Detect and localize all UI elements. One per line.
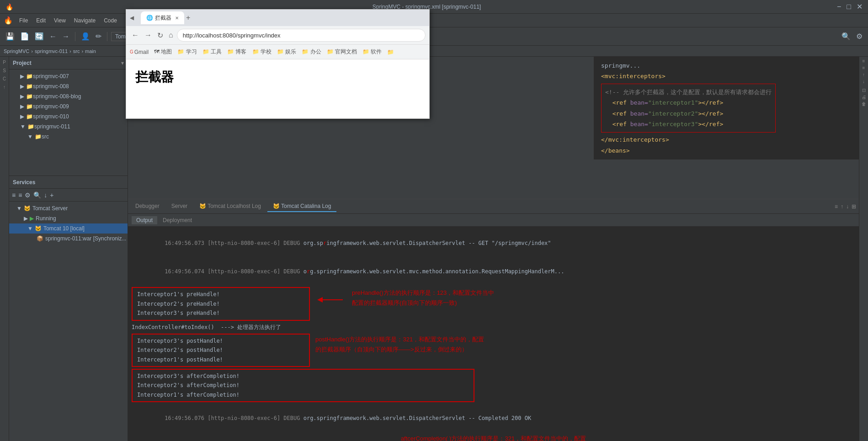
browser-chrome: ◀ 🌐 拦截器 ✕ + ← → ↻ ⌂ http://localhost:808… (126, 10, 429, 59)
tree-item-springmvc-010[interactable]: ▶ 📁 springmvc-010 (9, 112, 128, 122)
breadcrumb-springmvc-011[interactable]: springmvc-011 (35, 48, 68, 54)
panel-scroll-down-icon[interactable]: ↓ (845, 202, 850, 211)
tree-item-springmvc-008-blog[interactable]: ▶ 📁 springmvc-008-blog (9, 91, 128, 101)
save-all-button[interactable]: 📄 (18, 31, 31, 42)
pull-requests-icon[interactable]: ↑ (1, 83, 8, 90)
breadcrumb-src[interactable]: src (73, 48, 80, 54)
tab-debugger[interactable]: Debugger (130, 201, 165, 212)
bookmark-gmail[interactable]: G Gmail (130, 49, 149, 55)
bookmark-study[interactable]: 📁 学习 (177, 48, 197, 56)
menu-code[interactable]: Code (100, 16, 121, 25)
services-btn-2[interactable]: ≡ (17, 191, 23, 200)
bookmark-official[interactable]: 📁 官网文档 (327, 48, 357, 56)
panel-settings-icon[interactable]: ≡ (834, 202, 839, 211)
running-item[interactable]: ▶ ▶ Running (9, 213, 128, 223)
services-btn-1[interactable]: ≡ (11, 191, 16, 200)
menu-navigate[interactable]: Navigate (70, 16, 99, 25)
app-logo-icon: 🔥 (5, 3, 13, 11)
services-btn-3[interactable]: ⚙ (24, 191, 32, 200)
after-completion-annotation-text: aftcerCompletion( )方法的执行顺序是：321，和配置文件当中的… (132, 434, 855, 441)
browser-refresh-button[interactable]: ↻ (155, 29, 165, 42)
maximize-button[interactable]: □ (845, 3, 853, 11)
settings-button[interactable]: ⚙ (854, 31, 864, 42)
breadcrumb-springmvc[interactable]: SpringMVC (4, 48, 29, 54)
services-btn-5[interactable]: ↓ (43, 191, 48, 200)
bookmark-maps[interactable]: 🗺 地图 (154, 48, 172, 56)
menu-file[interactable]: File (16, 16, 32, 25)
pre-handle-annotation: preHandle()方法的执行顺序是：123，和配置文件当中配置的拦截器顺序(… (315, 287, 494, 309)
close-button[interactable]: ✕ (855, 2, 864, 11)
tomcat-server-item[interactable]: ▼ 🐱 Tomcat Server (9, 203, 128, 213)
panel-scroll-up-icon[interactable]: ↑ (840, 202, 844, 211)
left-panel-container: Project ▾ ▶ 📁 springmvc-007 ▶ 📁 springmv… (9, 57, 128, 441)
menu-view[interactable]: View (50, 16, 69, 25)
browser-home-button[interactable]: ⌂ (167, 29, 175, 41)
browser-tab-close-icon[interactable]: ✕ (175, 16, 179, 21)
minimize-button[interactable]: − (835, 3, 843, 11)
browser-forward-button[interactable]: → (143, 29, 154, 41)
tree-item-springmvc-009[interactable]: ▶ 📁 springmvc-009 (9, 101, 128, 112)
vcs-button[interactable]: 👤 (79, 31, 92, 42)
browser-url-input[interactable]: http://localhost:8080/springmvc/index (177, 29, 426, 42)
browser-active-tab[interactable]: 🌐 拦截器 ✕ (141, 11, 184, 24)
right-panel-icon-6[interactable]: 🖨 (862, 95, 866, 100)
tree-item-springmvc-007[interactable]: ▶ 📁 springmvc-007 (9, 71, 128, 81)
intellij-logo-icon: 🔥 (4, 16, 13, 25)
breadcrumb-main[interactable]: main (85, 48, 96, 54)
project-icon[interactable]: P (1, 58, 8, 66)
tree-item-src[interactable]: ▼ 📁 src (9, 132, 128, 142)
breadcrumb-separator1: › (31, 48, 33, 54)
right-panel-icon-2[interactable]: ≡ (863, 65, 865, 70)
save-button[interactable]: 💾 (4, 31, 16, 42)
after-completion-2: Interceptor2's afterCompletion! (137, 381, 469, 390)
services-btn-4[interactable]: 🔍 (32, 191, 42, 200)
commit-icon[interactable]: C (1, 75, 8, 82)
breadcrumb-separator3: › (81, 48, 83, 54)
browser-new-tab-button[interactable]: + (186, 14, 190, 22)
services-btn-add[interactable]: + (49, 191, 54, 200)
arrow-svg (315, 291, 352, 309)
browser-content: 拦截器 (126, 59, 429, 101)
services-toolbar: ≡ ≡ ⚙ 🔍 ↓ + (9, 189, 128, 202)
right-panel-icon-1[interactable]: ≡ (863, 58, 865, 64)
project-panel-dropdown[interactable]: ▾ (121, 60, 124, 66)
tree-item-springmvc-011[interactable]: ▼ 📁 springmvc-011 (9, 122, 128, 132)
tab-tomcat-catalina[interactable]: 🐱 Tomcat Catalina Log (267, 201, 337, 212)
bookmark-entertainment[interactable]: 📁 娱乐 (277, 48, 296, 56)
tab-tomcat-localhost[interactable]: 🐱 Tomcat Localhost Log (194, 201, 266, 212)
pre-handle-3: Interceptor3's preHandle! (137, 308, 304, 318)
bookmark-blog[interactable]: 📁 博客 (227, 48, 246, 56)
bookmark-tools[interactable]: 📁 工具 (202, 48, 222, 56)
sync-button[interactable]: 🔄 (33, 31, 46, 42)
tab-server[interactable]: Server (166, 201, 193, 212)
panel-expand-icon[interactable]: ⊞ (851, 202, 857, 211)
subtab-output[interactable]: Output (132, 216, 157, 224)
browser-tab-bar: ◀ 🌐 拦截器 ✕ + (126, 10, 429, 26)
browser-tab-title: 拦截器 (155, 14, 171, 22)
running-expand-icon: ▶ (24, 215, 28, 222)
tree-item-springmvc-008[interactable]: ▶ 📁 springmvc-008 (9, 81, 128, 91)
bookmark-school[interactable]: 📁 学校 (252, 48, 272, 56)
tomcat10-item[interactable]: ▼ 🐱 Tomcat 10 [local] (9, 223, 128, 234)
war-item[interactable]: 📦 springmvc-011:war [Synchroniz... (9, 234, 128, 244)
subtab-deployment[interactable]: Deployment (158, 216, 197, 224)
back-button[interactable]: ← (48, 32, 59, 42)
browser-back-button[interactable]: ← (130, 29, 141, 41)
bookmark-software[interactable]: 📁 软件 (362, 48, 382, 56)
gmail-icon: G (130, 49, 133, 54)
project-panel: Project ▾ ▶ 📁 springmvc-007 ▶ 📁 springmv… (9, 57, 128, 175)
xml-ref1: <ref bean="interceptor1"></ref> (605, 97, 772, 108)
search-everywhere-button[interactable]: 🔍 (840, 31, 852, 42)
right-panel-icon-7[interactable]: 🗑 (862, 101, 866, 106)
post-handle-annotation-text: postHandle()方法的执行顺序是：321，和配置文件当中的，配置的拦截器… (315, 335, 484, 355)
forward-button[interactable]: → (60, 32, 71, 42)
xml-annotation-box: <!-- 允许多个拦截器，这个是配置，默认是所有请求都会进行 <ref bean… (601, 84, 776, 133)
right-panel-icon-3[interactable]: ↑ (863, 72, 865, 77)
bookmark-more[interactable]: 📁 (387, 49, 394, 55)
right-panel-icon-5[interactable]: ⊡ (862, 88, 866, 93)
edit-button[interactable]: ✏ (94, 31, 103, 42)
right-panel-icon-4[interactable]: ↓ (863, 79, 865, 84)
structure-icon[interactable]: S (1, 67, 8, 74)
bookmark-office[interactable]: 📁 办公 (302, 48, 321, 56)
menu-edit[interactable]: Edit (32, 16, 49, 25)
